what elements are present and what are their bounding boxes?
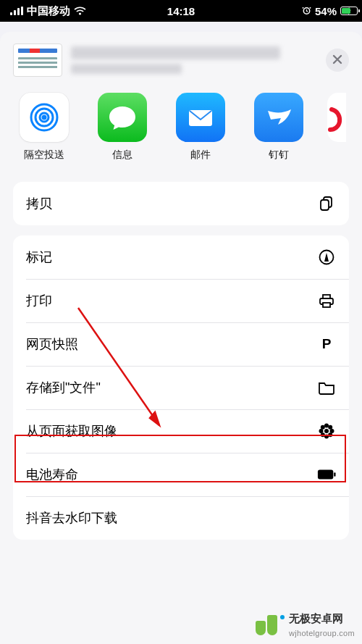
status-time: 14:18 — [167, 5, 195, 17]
action-label: 网页快照 — [26, 335, 78, 353]
share-target-messages[interactable]: 信息 — [91, 93, 153, 162]
action-douyin-download[interactable]: 抖音去水印下载 — [13, 496, 349, 540]
messages-icon — [98, 93, 147, 142]
share-label: 信息 — [112, 149, 132, 162]
action-label: 打印 — [26, 292, 52, 309]
share-target-airdrop[interactable]: 隔空投送 — [13, 93, 75, 162]
action-group-2: 标记 打印 网页快照 P 存储到"文件" 从页面获取图像 — [13, 235, 349, 540]
svg-rect-26 — [318, 470, 333, 480]
svg-rect-3 — [21, 7, 23, 15]
markup-icon — [317, 248, 336, 267]
share-target-mail[interactable]: 邮件 — [169, 93, 232, 162]
airdrop-icon — [20, 93, 69, 142]
action-save-to-files[interactable]: 存储到"文件" — [13, 366, 349, 409]
watermark-sub: wjhotelgroup.com — [289, 629, 355, 637]
action-group-1: 拷贝 — [13, 182, 349, 225]
svg-rect-16 — [323, 303, 330, 307]
share-targets-row[interactable]: 隔空投送 信息 邮件 钉钉 — [0, 91, 362, 172]
close-icon — [332, 53, 342, 68]
svg-rect-0 — [10, 12, 12, 15]
document-subtitle — [71, 64, 182, 74]
svg-point-23 — [328, 425, 332, 430]
action-label: 标记 — [26, 248, 52, 266]
svg-point-19 — [324, 435, 329, 439]
print-icon — [317, 291, 336, 310]
svg-point-18 — [324, 424, 329, 428]
action-get-images[interactable]: 从页面获取图像 — [13, 409, 349, 453]
folder-icon — [317, 378, 336, 397]
action-copy[interactable]: 拷贝 — [13, 182, 349, 225]
action-label: 电池寿命 — [26, 466, 78, 483]
copy-icon — [317, 194, 336, 213]
svg-point-20 — [319, 429, 324, 433]
action-markup[interactable]: 标记 — [13, 235, 349, 279]
action-label: 从页面获取图像 — [26, 422, 117, 440]
flower-icon — [317, 422, 336, 440]
battery-icon — [340, 7, 352, 15]
svg-point-4 — [79, 12, 81, 14]
share-label: 隔空投送 — [24, 149, 64, 162]
close-button[interactable] — [326, 49, 349, 72]
status-left: 中国移动 — [10, 4, 86, 18]
svg-point-24 — [321, 432, 325, 437]
watermark-title: 无极安卓网 — [289, 612, 343, 624]
sheet-header — [0, 32, 362, 91]
action-label: 抖音去水印下载 — [26, 509, 117, 527]
signal-icon — [10, 5, 23, 17]
battery-pct: 54% — [315, 5, 337, 17]
document-title — [71, 46, 280, 59]
action-web-archive[interactable]: 网页快照 P — [13, 322, 349, 366]
svg-point-22 — [321, 425, 325, 430]
carrier-label: 中国移动 — [27, 4, 70, 18]
status-right: 54% — [302, 5, 352, 17]
share-label: 邮件 — [190, 149, 211, 162]
watermark: 无极安卓网 wjhotelgroup.com — [256, 612, 355, 638]
wifi-icon — [74, 5, 86, 17]
svg-rect-1 — [14, 10, 16, 15]
action-label: 拷贝 — [26, 195, 52, 212]
share-label: 钉钉 — [269, 149, 289, 162]
action-label: 存储到"文件" — [26, 379, 101, 396]
document-info — [71, 46, 317, 74]
p-icon: P — [317, 335, 336, 354]
alarm-icon — [302, 5, 311, 17]
svg-rect-27 — [334, 472, 335, 477]
svg-point-9 — [42, 115, 47, 120]
svg-rect-12 — [321, 200, 329, 210]
blank-icon — [317, 509, 336, 527]
svg-point-25 — [328, 432, 332, 437]
action-print[interactable]: 打印 — [13, 279, 349, 322]
svg-point-21 — [330, 429, 334, 433]
status-bar: 中国移动 14:18 54% — [0, 0, 362, 22]
more-app-icon — [327, 93, 346, 142]
mail-icon — [176, 93, 225, 142]
document-thumbnail[interactable] — [13, 43, 62, 77]
share-target-more[interactable] — [326, 93, 348, 142]
svg-point-17 — [324, 429, 329, 433]
action-battery-life[interactable]: 电池寿命 — [13, 453, 349, 496]
share-target-dingtalk[interactable]: 钉钉 — [248, 93, 310, 162]
share-sheet: 隔空投送 信息 邮件 钉钉 拷贝 — [0, 32, 362, 644]
svg-rect-2 — [17, 8, 20, 15]
svg-rect-15 — [323, 295, 330, 298]
watermark-logo-icon — [256, 615, 285, 635]
battery-icon — [317, 465, 336, 484]
dingtalk-icon — [254, 93, 303, 142]
